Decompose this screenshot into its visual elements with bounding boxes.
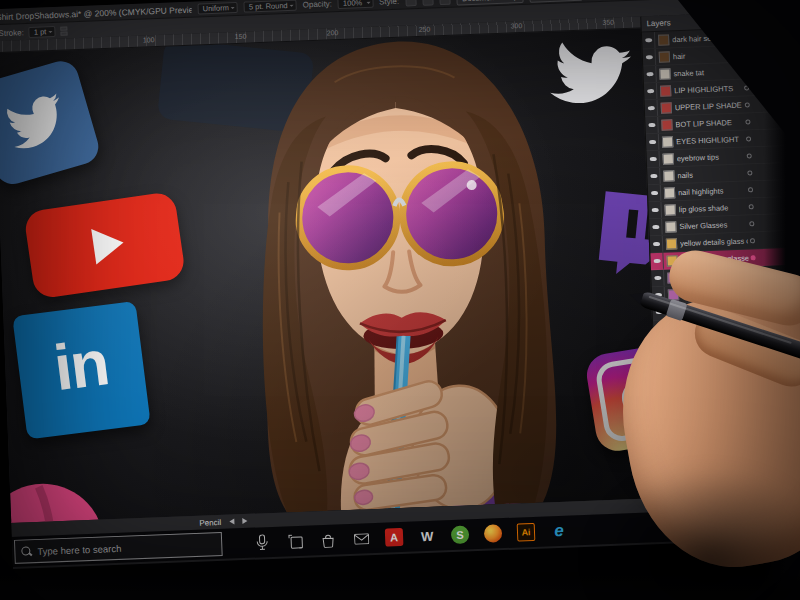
layer-thumbnail [660, 85, 671, 96]
layer-target-icon[interactable] [746, 136, 751, 141]
layer-name: nails [677, 168, 745, 180]
ruler-tick: 200 [327, 29, 339, 36]
layer-thumbnail [663, 170, 674, 181]
layer-thumbnail [662, 136, 673, 147]
layer-name: LIP HIGHLIGHTS [674, 83, 742, 95]
twitter-icon [0, 57, 103, 188]
style-label: Style: [379, 0, 399, 6]
stroke-label: Stroke: [0, 28, 24, 38]
edge-letter: e [554, 521, 564, 541]
youtube-icon [23, 191, 186, 300]
layer-name: nail highlights [678, 185, 746, 197]
visibility-eye-icon[interactable] [642, 32, 656, 48]
visibility-eye-icon[interactable] [644, 83, 658, 99]
layer-target-icon[interactable] [747, 170, 752, 175]
store-icon[interactable] [318, 529, 339, 550]
layer-thumbnail [666, 238, 677, 249]
layer-name: EYES HIGHLIGHT [676, 134, 744, 146]
artboard-next-icon[interactable] [242, 518, 247, 524]
visibility-eye-icon[interactable] [650, 236, 664, 252]
ruler-tick: 250 [418, 26, 430, 33]
visibility-eye-icon[interactable] [648, 185, 662, 201]
layer-name: yellow details glass copy [680, 236, 748, 248]
layer-name: UPPER LIP SHADE [675, 100, 743, 112]
artboard-canvas[interactable]: in [0, 28, 659, 523]
stroke-stepper[interactable] [60, 26, 67, 35]
layer-name: lip gloss shade [679, 202, 747, 214]
layer-thumbnail [663, 153, 674, 164]
variable-width-dropdown[interactable]: Uniform [197, 2, 238, 15]
task-view-icon[interactable] [285, 531, 306, 552]
illustrator-letters: Ai [517, 523, 536, 542]
youtube-play-icon [91, 225, 126, 265]
layer-target-icon[interactable] [749, 221, 754, 226]
taskbar-search[interactable] [14, 532, 223, 564]
linkedin-text: in [51, 330, 111, 400]
layer-thumbnail [659, 68, 670, 79]
layer-target-icon[interactable] [748, 187, 753, 192]
brush-dropdown[interactable]: 5 pt. Round [244, 0, 297, 13]
skype-icon[interactable]: S [450, 524, 471, 545]
acrobat-letter: A [385, 528, 404, 547]
skype-letter: S [451, 525, 470, 544]
visibility-eye-icon[interactable] [645, 117, 659, 133]
layer-thumbnail [665, 221, 676, 232]
dribbble-icon [0, 472, 116, 523]
visibility-eye-icon[interactable] [646, 151, 660, 167]
layer-thumbnail [658, 34, 669, 45]
search-icon [21, 546, 31, 556]
ruler-tick: 300 [510, 22, 522, 29]
linkedin-icon: in [12, 301, 151, 440]
layer-target-icon[interactable] [745, 119, 750, 124]
layer-target-icon[interactable] [747, 153, 752, 158]
layer-target-icon[interactable] [750, 238, 755, 243]
layer-target-icon[interactable] [751, 255, 756, 260]
layer-thumbnail [661, 102, 672, 113]
tab-layers[interactable]: Layers [646, 18, 670, 28]
photo-of-screen: Shirt DropShadows.ai* @ 200% (CMYK/GPU P… [0, 0, 800, 600]
mail-icon[interactable] [351, 528, 372, 549]
illustrator-icon[interactable]: Ai [516, 522, 537, 543]
taskbar-icons: A W S Ai e [252, 521, 570, 553]
visibility-eye-icon[interactable] [646, 134, 660, 150]
portrait-artwork [173, 30, 631, 517]
visibility-eye-icon[interactable] [650, 253, 664, 269]
word-icon[interactable]: W [417, 526, 438, 547]
visibility-eye-icon[interactable] [643, 66, 657, 82]
search-input[interactable] [37, 539, 215, 557]
ruler-tick: 150 [235, 33, 247, 40]
ruler-tick: 100 [143, 36, 155, 43]
visibility-eye-icon[interactable] [651, 270, 665, 286]
word-letter: W [421, 528, 434, 543]
current-tool-label: Pencil [199, 517, 221, 527]
layer-target-icon[interactable] [749, 204, 754, 209]
layer-name: eyebrow tips [677, 151, 745, 163]
layer-target-icon[interactable] [745, 102, 750, 107]
visibility-eye-icon[interactable] [648, 202, 662, 218]
layer-thumbnail [664, 187, 675, 198]
visibility-eye-icon[interactable] [645, 100, 659, 116]
stroke-weight-dropdown[interactable]: 1 pt [29, 25, 56, 37]
ruler-tick: 350 [602, 18, 614, 25]
layer-thumbnail [661, 119, 672, 130]
visibility-eye-icon[interactable] [647, 168, 661, 184]
opacity-value-dropdown[interactable]: 100% [338, 0, 374, 9]
acrobat-icon[interactable]: A [384, 527, 405, 548]
firefox-icon[interactable] [483, 523, 504, 544]
transform-icon[interactable] [422, 0, 433, 6]
edge-icon[interactable]: e [549, 521, 570, 542]
isolate-icon[interactable] [439, 0, 450, 5]
layer-name: BOT LIP SHADE [675, 117, 743, 129]
opacity-label: Opacity: [302, 0, 332, 9]
twitter-bird-icon [0, 84, 75, 161]
layer-thumbnail [665, 204, 676, 215]
visibility-eye-icon[interactable] [649, 219, 663, 235]
cortana-mic-icon[interactable] [252, 532, 273, 553]
layer-thumbnail [659, 51, 670, 62]
artboard-prev-icon[interactable] [229, 518, 234, 524]
layer-name: snake tat [673, 66, 741, 78]
visibility-eye-icon[interactable] [643, 49, 657, 65]
layer-name: Silver Glasses [679, 219, 747, 231]
align-icon[interactable] [405, 0, 416, 6]
